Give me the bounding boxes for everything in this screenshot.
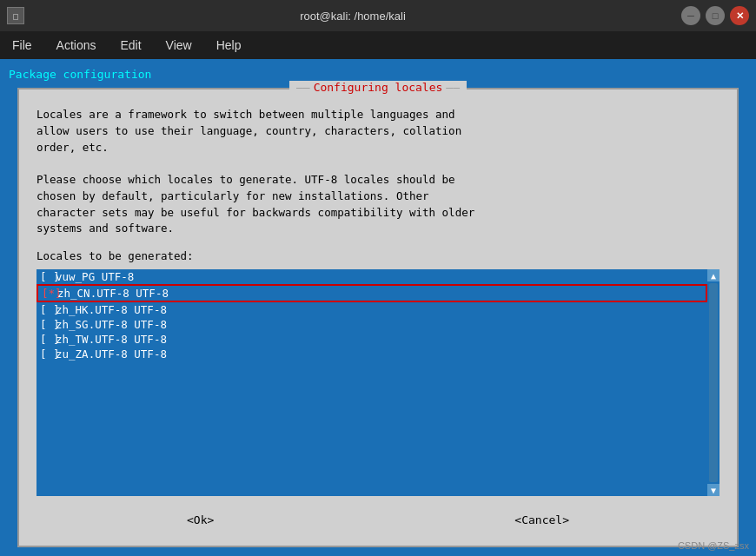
- scroll-up-button[interactable]: ▲: [707, 269, 720, 281]
- list-item[interactable]: [*] zh_CN.UTF-8 UTF-8: [36, 284, 707, 302]
- list-item-checkbox: [ ]: [40, 333, 52, 346]
- dialog-title: Configuring locales: [289, 81, 467, 94]
- locale-list[interactable]: [ ] vuw_PG UTF-8[*] zh_CN.UTF-8 UTF-8[ ]…: [36, 269, 707, 496]
- terminal-content: Package configuration Configuring locale…: [0, 59, 756, 556]
- watermark: CSDN @ZS_zsx: [678, 540, 749, 551]
- list-item-checkbox: [ ]: [40, 318, 52, 331]
- cancel-button[interactable]: <Cancel>: [507, 512, 576, 528]
- close-button[interactable]: ✕: [730, 6, 749, 25]
- locales-label: Locales to be generated:: [36, 249, 720, 262]
- desc-line7: character sets may be useful for backwar…: [36, 205, 720, 222]
- scroll-down-button[interactable]: ▼: [707, 484, 720, 496]
- list-container: [ ] vuw_PG UTF-8[*] zh_CN.UTF-8 UTF-8[ ]…: [36, 269, 720, 496]
- title-bar-buttons: ─ □ ✕: [681, 6, 749, 25]
- menu-view[interactable]: View: [161, 36, 197, 54]
- desc-line8: systems and software.: [36, 221, 720, 237]
- button-row: <Ok> <Cancel>: [36, 508, 720, 532]
- title-bar-left: □: [7, 7, 24, 24]
- list-item-label: zh_CN.UTF-8 UTF-8: [57, 287, 169, 300]
- scrollbar-track: [709, 283, 718, 482]
- list-item[interactable]: [ ] zh_SG.UTF-8 UTF-8: [36, 317, 707, 332]
- list-item-label: zu_ZA.UTF-8 UTF-8: [56, 348, 167, 361]
- desc-line5: Please choose which locales to generate.…: [36, 172, 720, 189]
- list-item-checkbox: [ ]: [40, 303, 52, 316]
- list-item[interactable]: [ ] zh_HK.UTF-8 UTF-8: [36, 302, 707, 317]
- dialog-description: Locales are a framework to switch betwee…: [36, 107, 720, 237]
- minimize-button[interactable]: ─: [681, 6, 700, 25]
- desc-line3: order, etc.: [36, 140, 720, 156]
- scrollbar: ▲ ▼: [707, 269, 720, 496]
- list-item-label: zh_SG.UTF-8 UTF-8: [56, 318, 167, 331]
- desc-line1: Locales are a framework to switch betwee…: [36, 107, 720, 123]
- dialog-box: Configuring locales Locales are a framew…: [17, 88, 739, 547]
- window-icon: □: [7, 7, 24, 24]
- list-item-checkbox: [ ]: [40, 348, 52, 361]
- menu-actions[interactable]: Actions: [51, 36, 102, 54]
- desc-line6: chosen by default, particularly for new …: [36, 189, 720, 205]
- package-config-label: Package configuration: [9, 68, 747, 81]
- menu-edit[interactable]: Edit: [115, 36, 146, 54]
- desc-line2: allow users to use their language, count…: [36, 123, 720, 140]
- terminal-window: □ root@kali: /home/kali ─ □ ✕ File Actio…: [0, 0, 756, 556]
- menu-file[interactable]: File: [7, 36, 37, 54]
- menu-help[interactable]: Help: [211, 36, 247, 54]
- list-item-label: zh_TW.UTF-8 UTF-8: [56, 333, 167, 346]
- maximize-button[interactable]: □: [706, 6, 725, 25]
- list-item[interactable]: [ ] zh_TW.UTF-8 UTF-8: [36, 332, 707, 347]
- list-item[interactable]: [ ] vuw_PG UTF-8: [36, 269, 707, 284]
- list-item[interactable]: [ ] zu_ZA.UTF-8 UTF-8: [36, 347, 707, 361]
- list-item-label: vuw_PG UTF-8: [56, 270, 134, 283]
- list-item-checkbox: [ ]: [40, 270, 52, 283]
- menu-bar: File Actions Edit View Help: [0, 31, 756, 59]
- list-item-label: zh_HK.UTF-8 UTF-8: [56, 303, 167, 316]
- title-bar: □ root@kali: /home/kali ─ □ ✕: [0, 0, 756, 31]
- list-item-checkbox: [*]: [42, 287, 54, 300]
- ok-button[interactable]: <Ok>: [180, 512, 221, 528]
- window-title: root@kali: /home/kali: [24, 10, 681, 23]
